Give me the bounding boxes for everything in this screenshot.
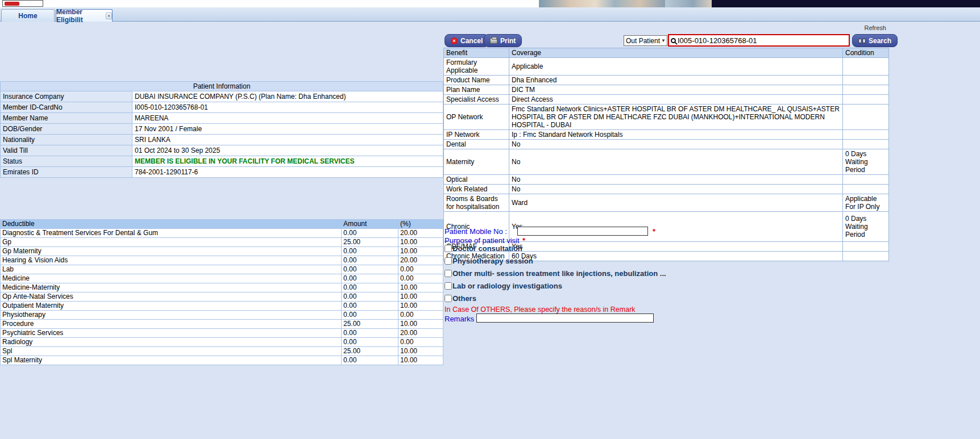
patient-info-row: StatusMEMBER IS ELIGIBLE IN YOUR FACILIT… xyxy=(1,156,443,167)
purpose-checkbox[interactable] xyxy=(445,257,452,265)
purpose-checkbox[interactable] xyxy=(445,282,452,290)
benefit-condition-cell xyxy=(843,185,889,194)
benefit-condition-cell xyxy=(843,85,889,95)
benefit-coverage-cell: Direct Access xyxy=(509,95,843,104)
benefit-row: DentalNo xyxy=(444,140,889,149)
deductible-amount-cell: 0.00 xyxy=(342,274,398,283)
member-search-box xyxy=(668,34,850,47)
deductible-service-cell: Lab xyxy=(1,265,342,274)
print-button[interactable]: Print xyxy=(484,34,522,47)
deductible-percent-cell: 0.00 xyxy=(398,311,443,320)
patient-info-row: Emirates ID784-2001-1290117-6 xyxy=(1,167,443,178)
deductible-amount-cell: 0.00 xyxy=(342,292,398,302)
patient-info-label-cell: Nationality xyxy=(1,135,132,145)
deductible-amount-cell: 0.00 xyxy=(342,265,398,274)
deductible-row: Gp Maternity0.0010.00 xyxy=(1,247,443,256)
deductible-amount-cell: 0.00 xyxy=(342,329,398,338)
member-search-input[interactable] xyxy=(678,36,847,45)
top-banner xyxy=(0,0,980,7)
purpose-option[interactable]: Lab or radiology investigations xyxy=(445,282,666,291)
purpose-option[interactable]: Doctor consultation xyxy=(445,245,666,253)
remarks-input[interactable] xyxy=(476,313,654,323)
deductible-row: Psychiatric Services0.0020.00 xyxy=(1,329,443,338)
benefit-coverage-cell: DIC TM xyxy=(509,85,843,95)
benefit-condition-cell xyxy=(843,58,889,76)
coverage-header: Coverage xyxy=(509,48,843,58)
deductible-row: Diagnostic & Treatment Services For Dent… xyxy=(1,229,443,238)
deductible-row: Hearing & Vision Aids0.0020.00 xyxy=(1,256,443,265)
benefit-condition-cell xyxy=(843,76,889,85)
benefit-name-cell: IP Network xyxy=(444,130,509,140)
benefit-row: Specialist AccessDirect Access xyxy=(444,95,889,104)
patient-info-label-cell: Member Name xyxy=(1,113,132,124)
benefit-condition-cell xyxy=(843,95,889,104)
patient-info-label-cell: Member ID-CardNo xyxy=(1,102,132,113)
deductible-row: Lab0.000.00 xyxy=(1,265,443,274)
deductible-service-cell: Hearing & Vision Aids xyxy=(1,256,342,265)
refresh-link[interactable]: Refresh xyxy=(864,24,886,31)
benefit-row: Rooms & Boards for hospitalisationWardAp… xyxy=(444,194,889,212)
purpose-checkbox[interactable] xyxy=(445,270,452,277)
deductible-percent-cell: 10.00 xyxy=(398,302,443,311)
benefit-name-cell: Optical xyxy=(444,175,509,185)
deductible-amount-cell: 0.00 xyxy=(342,311,398,320)
deductible-service-cell: Diagnostic & Treatment Services For Dent… xyxy=(1,229,342,238)
deductible-amount-cell: 0.00 xyxy=(342,338,398,347)
purpose-option[interactable]: Other multi- session treatment like inje… xyxy=(445,270,666,278)
patient-info-label-cell: Insurance Company xyxy=(1,91,132,102)
patient-info-row: Member NameMAREENA xyxy=(1,113,443,124)
tab-home[interactable]: Home xyxy=(1,9,55,22)
benefit-row: Product NameDha Enhanced xyxy=(444,76,889,85)
benefit-row: MaternityNo0 Days Waiting Period xyxy=(444,149,889,175)
patient-info-label-cell: Emirates ID xyxy=(1,167,132,178)
patient-mobile-input[interactable] xyxy=(517,227,648,236)
purpose-checkbox[interactable] xyxy=(445,295,452,302)
patient-info-value-cell: 784-2001-1290117-6 xyxy=(132,167,443,178)
purpose-option[interactable]: Physiotherapy session xyxy=(445,257,666,266)
deductible-row: Gp25.0010.00 xyxy=(1,238,443,247)
patient-info-value-cell: 17 Nov 2001 / Female xyxy=(132,124,443,135)
benefit-coverage-cell: No xyxy=(509,175,843,185)
cancel-button[interactable]: × Cancel xyxy=(445,34,489,47)
patient-info-value-cell: MEMBER IS ELIGIBLE IN YOUR FACILITY FOR … xyxy=(132,156,443,167)
deductible-percent-cell: 10.00 xyxy=(398,356,443,365)
deductible-percent-cell: 20.00 xyxy=(398,329,443,338)
amount-header: Amount xyxy=(342,220,398,229)
mobile-required-marker: * xyxy=(653,227,655,236)
deductible-service-cell: Gp Maternity xyxy=(1,247,342,256)
deductible-amount-cell: 0.00 xyxy=(342,302,398,311)
purpose-option[interactable]: Others xyxy=(445,295,666,303)
deductible-percent-cell: 10.00 xyxy=(398,283,443,292)
deductible-service-cell: Spl Maternity xyxy=(1,356,342,365)
benefit-name-cell: Maternity xyxy=(444,149,509,175)
benefit-header-row: Benefit Coverage Condition xyxy=(444,48,889,58)
tab-home-label: Home xyxy=(18,12,37,20)
deductible-amount-cell: 0.00 xyxy=(342,283,398,292)
benefit-name-cell: Work Related xyxy=(444,185,509,194)
deductible-service-cell: Psychiatric Services xyxy=(1,329,342,338)
deductible-header-row: Deductible Amount (%) xyxy=(1,220,443,229)
benefit-condition-cell xyxy=(843,140,889,149)
benefit-row: Work RelatedNo xyxy=(444,185,889,194)
benefit-row: IP NetworkIp : Fmc Standard Network Hosp… xyxy=(444,130,889,140)
benefit-coverage-cell: No xyxy=(509,185,843,194)
benefit-name-cell: Plan Name xyxy=(444,85,509,95)
visit-details-form: Patient Mobile No : * Purpose of patient… xyxy=(445,226,888,328)
others-instruction-text: In Case Of OTHERS, Please specify the re… xyxy=(445,306,636,313)
deductible-percent-cell: 20.00 xyxy=(398,229,443,238)
search-button[interactable]: Search xyxy=(852,34,898,47)
tab-member-eligibility-label: Member Eligibilit xyxy=(56,8,103,24)
tab-member-eligibility[interactable]: Member Eligibilit × xyxy=(56,9,113,22)
banner-photo-image xyxy=(539,0,665,7)
purpose-checkbox[interactable] xyxy=(445,245,452,252)
benefit-condition-cell xyxy=(843,175,889,185)
chevron-down-icon: ▼ xyxy=(661,38,666,43)
close-icon[interactable]: × xyxy=(106,12,112,19)
search-button-label: Search xyxy=(869,37,891,45)
purpose-checkbox-list: Doctor consultationPhysiotherapy session… xyxy=(445,245,666,303)
deductible-header: Deductible xyxy=(1,220,342,229)
visit-type-select[interactable]: Out Patient ▼ xyxy=(624,35,667,46)
patient-info-value-cell: I005-010-120365768-01 xyxy=(132,102,443,113)
printer-icon xyxy=(490,38,497,44)
print-button-label: Print xyxy=(500,37,516,45)
